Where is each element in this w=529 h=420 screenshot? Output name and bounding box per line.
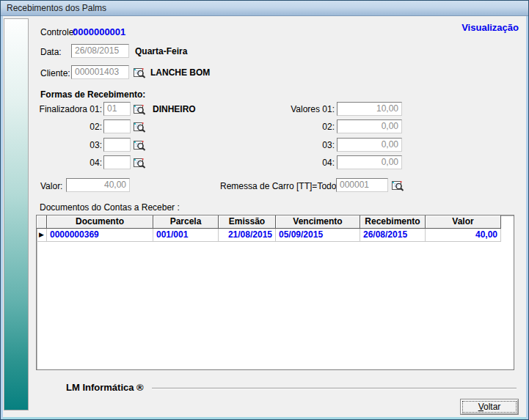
valor-field[interactable]: 40,00 <box>66 178 130 192</box>
grid-cell-documento: 0000000369 <box>47 229 153 242</box>
grid-cell-valor: 40,00 <box>426 229 501 242</box>
teal-gradient-sidebar <box>4 18 29 410</box>
finalizadora-03-field[interactable] <box>103 138 131 152</box>
voltar-button-label: Voltar <box>462 401 517 413</box>
data-label: Data: <box>40 47 62 57</box>
documentos-grid[interactable]: Documento Parcela Emissão Vencimento Rec… <box>36 215 514 370</box>
weekday-label: Quarta-Feira <box>135 46 187 56</box>
finalizadora-03-label: 03: <box>37 140 102 150</box>
valor-label: Valor: <box>40 181 62 191</box>
finalizadora-01-lookup-icon[interactable] <box>132 102 146 116</box>
formas-title: Formas de Recebimento: <box>40 89 145 100</box>
valores-02-field[interactable]: 0,00 <box>337 119 402 133</box>
grid-row[interactable]: ▶ 0000000369 001/001 21/08/2015 05/09/20… <box>37 229 514 242</box>
visualizacao-mode-label: Visualização <box>461 22 519 33</box>
finalizadora-02-lookup-icon[interactable] <box>132 119 146 133</box>
valores-01-label: Valores 01: <box>263 104 335 114</box>
data-field[interactable]: 26/08/2015 <box>71 44 129 58</box>
footer-divider <box>152 388 517 388</box>
grid-header-emissao[interactable]: Emissão <box>219 215 276 229</box>
remessa-lookup-icon[interactable] <box>390 178 404 192</box>
finalizadora-04-field[interactable] <box>103 155 131 169</box>
grid-header-row: Documento Parcela Emissão Vencimento Rec… <box>37 215 514 229</box>
valores-03-label: 03: <box>263 140 335 150</box>
controle-label: Controle: <box>40 27 76 37</box>
finalizadora-01-desc: DINHEIRO <box>153 104 196 114</box>
voltar-button[interactable]: Voltar <box>460 399 519 415</box>
remessa-field[interactable]: 000001 <box>336 178 388 192</box>
remessa-label: Remessa de Carro [TT]=Todos: <box>220 181 334 191</box>
brand-label: LM Informática ® <box>66 382 144 393</box>
row-indicator-icon: ▶ <box>37 229 47 242</box>
grid-cell-emissao: 21/08/2015 <box>219 229 276 242</box>
finalizadora-02-field[interactable] <box>103 119 131 133</box>
grid-header-vencimento[interactable]: Vencimento <box>276 215 360 229</box>
grid-header-recebimento[interactable]: Recebimento <box>360 215 426 229</box>
grid-header-parcela[interactable]: Parcela <box>153 215 219 229</box>
finalizadora-03-lookup-icon[interactable] <box>132 138 146 152</box>
grid-header-valor[interactable]: Valor <box>426 215 501 229</box>
cliente-label: Cliente: <box>40 68 70 78</box>
titlebar[interactable]: Recebimentos dos Palms <box>1 1 528 16</box>
window-title: Recebimentos dos Palms <box>7 3 106 13</box>
cliente-field[interactable]: 000001403 <box>71 65 129 79</box>
grid-cell-parcela: 001/001 <box>153 229 219 242</box>
cliente-lookup-icon[interactable] <box>132 65 146 79</box>
controle-value: 0000000001 <box>73 26 125 37</box>
valores-03-field[interactable]: 0,00 <box>337 138 402 152</box>
finalizadora-01-field[interactable]: 01 <box>103 102 131 116</box>
finalizadora-02-label: 02: <box>37 122 102 132</box>
valores-01-field[interactable]: 10,00 <box>337 102 402 116</box>
finalizadora-04-label: 04: <box>37 158 102 168</box>
grid-header-indicator <box>37 215 47 229</box>
cliente-name: LANCHE BOM <box>150 67 210 78</box>
grid-cell-recebimento: 26/08/2015 <box>360 229 426 242</box>
recebimentos-window: Recebimentos dos Palms Controle: 0000000… <box>0 0 529 420</box>
finalizadora-01-label: Finalizadora 01: <box>37 104 102 114</box>
grid-caption: Documentos do Contas a Receber : <box>40 202 180 213</box>
valores-02-label: 02: <box>263 122 335 132</box>
finalizadora-04-lookup-icon[interactable] <box>132 155 146 169</box>
grid-header-documento[interactable]: Documento <box>47 215 153 229</box>
grid-cell-vencimento: 05/09/2015 <box>276 229 360 242</box>
valores-04-field[interactable]: 0,00 <box>337 155 402 169</box>
valores-04-label: 04: <box>263 158 335 168</box>
